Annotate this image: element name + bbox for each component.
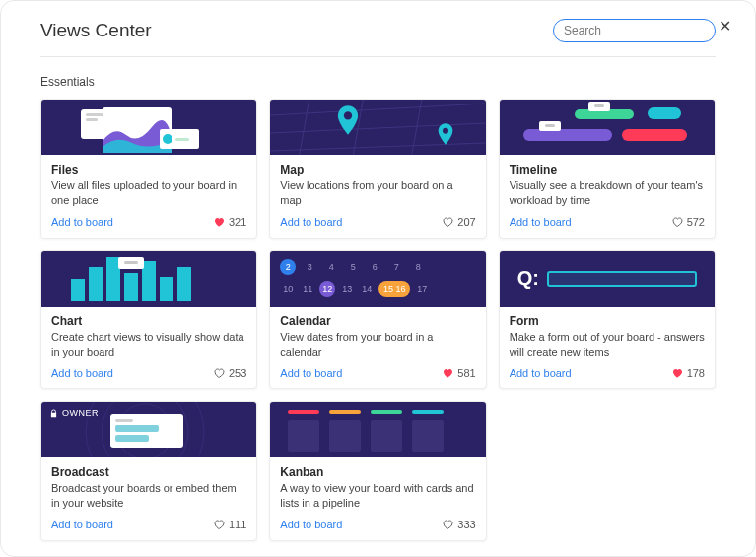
- like-count: 321: [229, 216, 246, 228]
- card-files[interactable]: FilesView all files uploaded to your boa…: [40, 99, 257, 239]
- add-to-board-button[interactable]: Add to board: [510, 367, 572, 379]
- svg-point-10: [443, 128, 448, 134]
- card-desc: View locations from your board on a map: [280, 178, 475, 208]
- like-button[interactable]: 207: [442, 216, 475, 228]
- cards-grid: FilesView all files uploaded to your boa…: [40, 99, 716, 541]
- add-to-board-button[interactable]: Add to board: [280, 367, 342, 379]
- svg-point-9: [344, 111, 352, 119]
- map-pin-icon: [438, 123, 453, 145]
- card-desc: Visually see a breakdown of your team's …: [510, 178, 705, 208]
- close-icon[interactable]: ✕: [719, 19, 731, 35]
- card-desc: A way to view your board with cards and …: [280, 481, 475, 511]
- heart-icon: [671, 216, 683, 228]
- form-q-icon: Q:: [517, 267, 539, 290]
- card-map[interactable]: MapView locations from your board on a m…: [269, 99, 486, 239]
- add-to-board-button[interactable]: Add to board: [280, 519, 342, 530]
- card-timeline[interactable]: TimelineVisually see a breakdown of your…: [499, 99, 716, 239]
- card-kanban[interactable]: KanbanA way to view your board with card…: [269, 401, 486, 541]
- card-kanban-thumb: [270, 402, 485, 457]
- card-broadcast-thumb: OWNER: [41, 402, 256, 457]
- add-to-board-button[interactable]: Add to board: [51, 519, 113, 530]
- like-count: 178: [687, 367, 705, 379]
- like-button[interactable]: 572: [671, 216, 705, 228]
- add-to-board-button[interactable]: Add to board: [51, 367, 113, 379]
- like-count: 253: [229, 367, 246, 379]
- add-to-board-button[interactable]: Add to board: [510, 216, 572, 228]
- card-title: Broadcast: [51, 465, 246, 479]
- card-chart[interactable]: ChartCreate chart views to visually show…: [40, 250, 257, 390]
- search-input-wrap[interactable]: [553, 19, 716, 42]
- card-desc: Broadcast your boards or embed them in y…: [51, 481, 246, 511]
- heart-icon: [442, 519, 453, 530]
- like-count: 572: [687, 216, 705, 228]
- card-desc: View dates from your board in a calendar: [280, 330, 475, 360]
- like-button[interactable]: 178: [671, 367, 705, 379]
- card-desc: Make a form out of your board - answers …: [510, 330, 705, 360]
- add-to-board-button[interactable]: Add to board: [51, 216, 113, 228]
- card-timeline-thumb: [500, 100, 715, 155]
- page-title: Views Center: [40, 20, 152, 41]
- like-button[interactable]: 253: [213, 367, 246, 379]
- card-form[interactable]: Q: FormMake a form out of your board - a…: [499, 250, 716, 390]
- header: Views Center: [40, 19, 716, 57]
- like-count: 207: [457, 216, 475, 228]
- card-title: Form: [510, 314, 705, 328]
- like-button[interactable]: 111: [213, 519, 246, 530]
- card-chart-thumb: [41, 251, 256, 307]
- card-map-thumb: [270, 100, 485, 155]
- heart-icon: [213, 367, 225, 379]
- like-count: 333: [457, 519, 475, 530]
- card-title: Files: [51, 163, 246, 176]
- svg-line-3: [270, 104, 485, 115]
- card-title: Map: [280, 163, 475, 176]
- like-count: 111: [229, 519, 246, 530]
- svg-line-6: [300, 100, 309, 155]
- like-button[interactable]: 333: [442, 519, 475, 530]
- card-files-thumb: [41, 100, 256, 155]
- card-calendar[interactable]: 2345678 101112131415 1617 CalendarView d…: [269, 250, 486, 390]
- heart-icon: [213, 216, 225, 228]
- heart-icon: [213, 519, 225, 530]
- map-pin-icon: [337, 105, 359, 135]
- card-calendar-thumb: 2345678 101112131415 1617: [270, 251, 485, 307]
- like-button[interactable]: 581: [442, 367, 475, 379]
- card-title: Calendar: [280, 314, 475, 328]
- section-label: Essentials: [40, 75, 716, 89]
- card-form-thumb: Q:: [500, 251, 715, 307]
- heart-icon: [442, 367, 453, 379]
- card-desc: View all files uploaded to your board in…: [51, 178, 246, 208]
- heart-icon: [671, 367, 683, 379]
- card-desc: Create chart views to visually show data…: [51, 330, 246, 360]
- add-to-board-button[interactable]: Add to board: [280, 216, 342, 228]
- search-input[interactable]: [564, 24, 712, 37]
- like-button[interactable]: 321: [213, 216, 246, 228]
- card-title: Timeline: [510, 163, 705, 176]
- heart-icon: [442, 216, 453, 228]
- card-broadcast[interactable]: OWNER BroadcastBroadcast your boards or …: [40, 401, 257, 541]
- card-title: Chart: [51, 314, 246, 328]
- card-title: Kanban: [280, 465, 475, 479]
- like-count: 581: [457, 367, 475, 379]
